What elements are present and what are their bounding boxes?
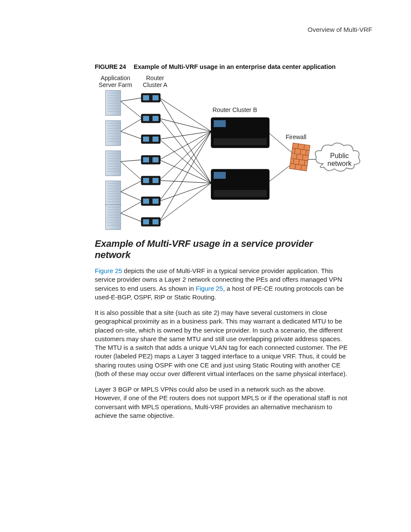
router-cluster-b [211, 118, 269, 199]
svg-rect-97 [214, 172, 226, 179]
svg-rect-86 [153, 178, 159, 183]
firewall-icon [290, 143, 310, 171]
svg-rect-63 [106, 205, 121, 230]
page-header: Overview of Multi-VRF [0, 26, 377, 33]
svg-line-0 [121, 98, 142, 101]
svg-line-21 [159, 183, 211, 201]
paragraph-3: Layer 3 BGP or MPLS VPNs could also be u… [95, 385, 351, 420]
svg-line-19 [159, 180, 211, 183]
svg-line-9 [121, 213, 142, 222]
figure-ref-link[interactable]: Figure 25 [196, 285, 223, 292]
svg-rect-80 [153, 137, 159, 142]
page: Overview of Multi-VRF FIGURE 24Example o… [0, 0, 411, 532]
svg-rect-88 [143, 199, 149, 204]
paragraph-1: Figure 25 depicts the use of Multi-VRF i… [95, 267, 351, 302]
svg-rect-99 [290, 143, 310, 171]
svg-line-2 [121, 118, 142, 131]
label-cluster-a: RouterCluster A [138, 75, 172, 88]
figure-label: FIGURE 24 [95, 63, 126, 70]
content-column: FIGURE 24Example of Multi-VRF usage in a… [95, 63, 351, 420]
svg-line-1 [121, 101, 142, 118]
figure-caption-text: Example of Multi-VRF usage in an enterpr… [134, 63, 336, 70]
svg-rect-89 [153, 199, 159, 204]
server-group [106, 90, 121, 230]
svg-rect-77 [153, 116, 159, 121]
label-servers: ApplicationServer Farm [94, 75, 137, 88]
svg-rect-94 [214, 120, 226, 127]
svg-line-17 [159, 160, 211, 183]
figure-ref-link[interactable]: Figure 25 [95, 267, 122, 274]
label-cluster-b: Router Cluster B [202, 106, 267, 113]
svg-rect-27 [106, 90, 121, 115]
svg-line-6 [121, 180, 142, 192]
svg-line-7 [121, 192, 142, 201]
svg-line-10 [159, 98, 211, 131]
svg-rect-76 [143, 116, 149, 121]
svg-rect-92 [153, 219, 159, 224]
label-firewall: Firewall [281, 134, 311, 140]
label-cloud: Publicnetwork [322, 152, 357, 168]
paragraph-2: It is also possible that a site (such as… [95, 308, 351, 378]
router-cluster-a [141, 93, 160, 226]
svg-rect-98 [214, 190, 267, 197]
svg-line-4 [121, 160, 142, 162]
svg-rect-95 [214, 138, 267, 145]
svg-rect-36 [106, 121, 121, 146]
svg-rect-82 [143, 157, 149, 162]
svg-line-5 [121, 162, 142, 180]
svg-rect-45 [106, 151, 121, 176]
svg-rect-91 [143, 219, 149, 224]
svg-line-12 [159, 118, 211, 131]
svg-rect-74 [153, 95, 159, 100]
svg-line-14 [159, 131, 211, 139]
svg-line-8 [121, 201, 142, 213]
figure-diagram: ApplicationServer Farm RouterCluster A R… [95, 75, 362, 230]
svg-rect-83 [153, 157, 159, 162]
svg-rect-54 [106, 181, 121, 206]
section-heading: Example of Multi-VRF usage in a service … [95, 238, 351, 261]
svg-rect-73 [143, 95, 149, 100]
svg-line-3 [121, 131, 142, 139]
svg-line-20 [159, 131, 211, 201]
svg-rect-79 [143, 137, 149, 142]
svg-line-23 [159, 183, 211, 222]
figure-caption: FIGURE 24Example of Multi-VRF usage in a… [95, 63, 351, 70]
svg-rect-85 [143, 178, 149, 183]
